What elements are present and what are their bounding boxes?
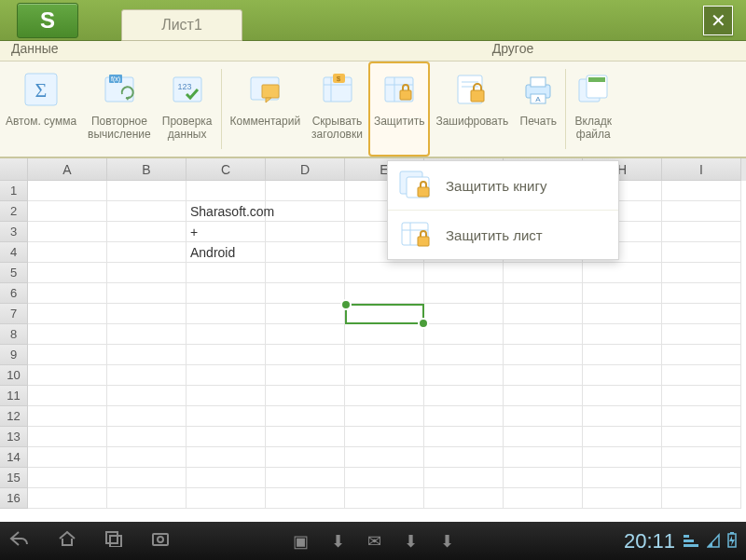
cell-I13[interactable]: [662, 427, 741, 447]
row-header[interactable]: 14: [0, 447, 28, 468]
cell-I1[interactable]: [662, 181, 741, 201]
cell-A2[interactable]: [28, 201, 107, 222]
cell-A3[interactable]: [28, 222, 107, 242]
cell-F15[interactable]: [424, 468, 504, 488]
cell-H15[interactable]: [583, 468, 662, 488]
cell-H8[interactable]: [583, 324, 662, 345]
cell-A4[interactable]: [28, 242, 107, 263]
cell-G6[interactable]: [504, 283, 583, 304]
cell-C3[interactable]: +: [186, 222, 266, 242]
cell-D9[interactable]: [266, 345, 345, 365]
cell-F12[interactable]: [424, 406, 504, 427]
cell-F16[interactable]: [424, 488, 504, 509]
cell-H5[interactable]: [583, 263, 662, 283]
cell-H12[interactable]: [583, 406, 662, 427]
select-all-corner[interactable]: [0, 158, 28, 181]
encrypt-button[interactable]: Зашифровать: [430, 61, 514, 157]
cell-E11[interactable]: [345, 386, 424, 406]
cell-D5[interactable]: [266, 263, 345, 283]
sheet-tab[interactable]: Лист1: [121, 9, 242, 41]
cell-D16[interactable]: [266, 488, 345, 509]
col-header-B[interactable]: B: [107, 158, 186, 181]
cell-B6[interactable]: [107, 283, 186, 304]
cell-I7[interactable]: [662, 304, 741, 324]
cell-H10[interactable]: [583, 365, 662, 386]
cell-G11[interactable]: [504, 386, 583, 406]
cell-D8[interactable]: [266, 324, 345, 345]
col-header-A[interactable]: A: [28, 158, 107, 181]
cell-I14[interactable]: [662, 447, 741, 468]
cell-D13[interactable]: [266, 427, 345, 447]
col-header-I[interactable]: I: [662, 158, 741, 181]
validate-button[interactable]: 123 Проверка данных: [157, 61, 218, 157]
cell-G13[interactable]: [504, 427, 583, 447]
cell-I4[interactable]: [662, 242, 741, 263]
cell-G16[interactable]: [504, 488, 583, 509]
cell-B11[interactable]: [107, 386, 186, 406]
cell-D3[interactable]: [266, 222, 345, 242]
cell-C12[interactable]: [186, 406, 266, 427]
row-header[interactable]: 11: [0, 386, 28, 406]
cell-B15[interactable]: [107, 468, 186, 488]
notif-app-icon[interactable]: ▣: [293, 531, 309, 552]
cell-B1[interactable]: [107, 181, 186, 201]
cell-C11[interactable]: [186, 386, 266, 406]
cell-G7[interactable]: [504, 304, 583, 324]
cell-E7[interactable]: [345, 304, 424, 324]
cell-E6[interactable]: [345, 283, 424, 304]
cell-D4[interactable]: [266, 242, 345, 263]
cell-I15[interactable]: [662, 468, 741, 488]
cell-E10[interactable]: [345, 365, 424, 386]
cell-I11[interactable]: [662, 386, 741, 406]
protect-button[interactable]: Защитить: [368, 61, 430, 157]
cell-F10[interactable]: [424, 365, 504, 386]
cell-B5[interactable]: [107, 263, 186, 283]
cell-A15[interactable]: [28, 468, 107, 488]
cell-I9[interactable]: [662, 345, 741, 365]
cell-D1[interactable]: [266, 181, 345, 201]
cell-B13[interactable]: [107, 427, 186, 447]
cell-G5[interactable]: [504, 263, 583, 283]
cell-D14[interactable]: [266, 447, 345, 468]
print-button[interactable]: A Печать: [514, 61, 562, 157]
cell-A5[interactable]: [28, 263, 107, 283]
row-header[interactable]: 9: [0, 345, 28, 365]
cell-C2[interactable]: Sharasoft.com: [186, 201, 266, 222]
cell-G9[interactable]: [504, 345, 583, 365]
row-header[interactable]: 12: [0, 406, 28, 427]
protect-sheet-item[interactable]: Защитить лист: [388, 211, 618, 259]
cell-C8[interactable]: [186, 324, 266, 345]
cell-F5[interactable]: [424, 263, 504, 283]
cell-B12[interactable]: [107, 406, 186, 427]
cell-E8[interactable]: [345, 324, 424, 345]
notif-download3-icon[interactable]: ⬇: [440, 531, 454, 552]
cell-D6[interactable]: [266, 283, 345, 304]
cell-F9[interactable]: [424, 345, 504, 365]
row-header[interactable]: 15: [0, 468, 28, 488]
row-header[interactable]: 8: [0, 324, 28, 345]
cell-A13[interactable]: [28, 427, 107, 447]
row-header[interactable]: 6: [0, 283, 28, 304]
home-icon[interactable]: [58, 530, 76, 552]
cell-F8[interactable]: [424, 324, 504, 345]
cell-F11[interactable]: [424, 386, 504, 406]
cell-G10[interactable]: [504, 365, 583, 386]
cell-A11[interactable]: [28, 386, 107, 406]
cell-B9[interactable]: [107, 345, 186, 365]
cell-E15[interactable]: [345, 468, 424, 488]
cell-D11[interactable]: [266, 386, 345, 406]
cell-B16[interactable]: [107, 488, 186, 509]
recent-apps-icon[interactable]: [104, 530, 123, 552]
col-header-C[interactable]: C: [186, 158, 266, 181]
cell-G15[interactable]: [504, 468, 583, 488]
cell-H11[interactable]: [583, 386, 662, 406]
cell-I5[interactable]: [662, 263, 741, 283]
cell-E14[interactable]: [345, 447, 424, 468]
cell-H9[interactable]: [583, 345, 662, 365]
file-tab-button[interactable]: Вкладк файла: [569, 61, 617, 157]
cell-G8[interactable]: [504, 324, 583, 345]
autosum-button[interactable]: Σ Автом. сумма: [0, 61, 82, 157]
cell-H14[interactable]: [583, 447, 662, 468]
cell-D15[interactable]: [266, 468, 345, 488]
cell-A10[interactable]: [28, 365, 107, 386]
